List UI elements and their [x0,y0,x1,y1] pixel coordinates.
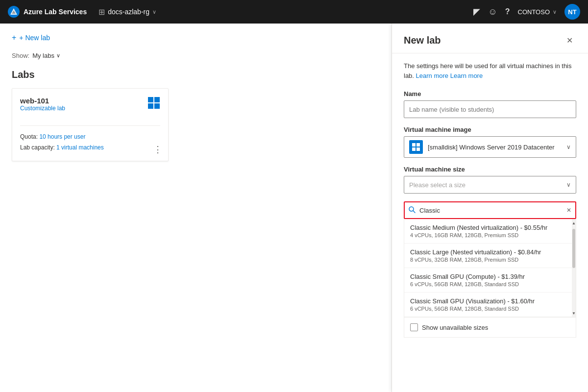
vm-image-field: Virtual machine image [smalldisk] Window… [404,126,576,158]
close-button[interactable]: ✕ [563,33,576,47]
dropdown-item[interactable]: Classic Small GPU (Visualization) - $1.6… [404,293,572,317]
help-icon[interactable]: ? [505,7,510,16]
nav-icons: ◤ ☺ ? CONTOSO ∨ NT [473,4,580,20]
labs-heading: Labs [12,69,380,80]
account-chevron: ∨ [553,9,557,15]
vm-size-field: Virtual machine size Please select a siz… [404,166,576,194]
scroll-track: ▲ ▼ [572,219,576,317]
lab-card-info: Quota: 10 hours per user Lab capacity: 1… [20,132,160,153]
lab-card-divider [20,125,160,126]
dropdown-item[interactable]: Classic Large (Nested virtualization) - … [404,244,572,268]
windows-server-icon [409,140,423,154]
show-label: Show: [12,52,29,59]
vm-image-label: Virtual machine image [404,126,576,133]
show-unavailable-label: Show unavailable sizes [422,324,488,331]
search-icon [409,206,416,215]
sidebar-title: New lab [404,35,441,46]
vm-size-label: Virtual machine size [404,166,576,173]
search-box: ✕ [404,201,576,219]
sidebar-header: New lab ✕ [392,24,588,53]
vm-size-placeholder: Please select a size [409,181,466,189]
nav-resource[interactable]: ⊞ docs-azlab-rg ∨ [98,7,156,17]
dropdown-item-title: Classic Large (Nested virtualization) - … [410,248,566,256]
dropdown-items: Classic Medium (Nested virtualization) -… [404,219,572,317]
brand-label: Azure Lab Services [24,8,87,16]
name-field: Name [404,90,576,118]
scroll-down-arrow[interactable]: ▼ [572,309,576,317]
resource-icon: ⊞ [98,7,105,17]
top-nav: Azure Lab Services ⊞ docs-azlab-rg ∨ ◤ ☺… [0,0,588,24]
filter-chevron: ∨ [56,52,60,59]
lab-card-subtitle: Customizable lab [20,105,65,112]
left-panel: + + New lab Show: My labs ∨ Labs web-101… [0,24,392,392]
account-name: CONTOSO [518,8,550,16]
monitor-icon[interactable]: ◤ [473,6,480,17]
svg-rect-1 [154,97,160,102]
learn-more-link[interactable]: Learn more [416,72,448,79]
resource-chevron: ∨ [152,9,156,15]
vm-image-dropdown[interactable]: [smalldisk] Windows Server 2019 Datacent… [404,136,576,158]
clear-search-button[interactable]: ✕ [566,207,571,214]
show-filter: Show: My labs ∨ [12,52,380,59]
name-input[interactable] [404,100,576,118]
dropdown-item[interactable]: Classic Small GPU (Compute) - $1.39/hr 6… [404,268,572,293]
svg-rect-7 [416,147,420,151]
show-unavailable-row: Show unavailable sizes [404,318,576,338]
svg-rect-5 [416,143,420,147]
resource-name: docs-azlab-rg [108,8,149,16]
vm-size-chevron: ∨ [566,181,571,188]
svg-rect-4 [412,143,416,147]
learn-more-text[interactable]: Learn more [450,72,483,79]
lab-card: web-101 Customizable lab Quota: 10 hours… [12,88,169,161]
nav-account[interactable]: CONTOSO ∨ [518,8,557,16]
plus-icon: + [12,33,16,42]
emoji-icon[interactable]: ☺ [488,7,497,17]
azure-icon [8,6,20,18]
capacity-value[interactable]: 1 virtual machines [56,144,104,151]
nav-brand: Azure Lab Services [8,6,87,18]
lab-card-menu[interactable]: ⋮ [153,144,162,155]
scroll-thumb[interactable] [572,229,575,268]
nav-avatar[interactable]: NT [564,4,580,20]
dropdown-item-sub: 6 vCPUs, 56GB RAM, 128GB, Standard SSD [410,281,566,287]
svg-rect-6 [412,147,416,151]
sidebar-description: The settings here will be used for all v… [404,61,576,80]
lab-card-title: web-101 [20,97,65,105]
filter-dropdown[interactable]: My labs ∨ [32,52,60,59]
dropdown-item-sub: 8 vCPUs, 32GB RAM, 128GB, Premium SSD [410,257,566,263]
dropdown-item-title: Classic Small GPU (Compute) - $1.39/hr [410,273,566,280]
dropdown-item[interactable]: Classic Medium (Nested virtualization) -… [404,219,572,244]
svg-rect-3 [154,103,160,109]
new-lab-sidebar: New lab ✕ The settings here will be used… [392,24,588,392]
vm-image-chevron: ∨ [566,144,571,150]
capacity-label: Lab capacity: [20,144,55,151]
dropdown-item-title: Classic Small GPU (Visualization) - $1.6… [410,297,566,305]
search-input[interactable] [419,207,566,214]
scroll-up-arrow[interactable]: ▲ [572,219,576,227]
vm-size-dropdown[interactable]: Please select a size ∨ [404,176,576,194]
svg-line-9 [413,211,415,213]
quota-value[interactable]: 10 hours per user [39,133,85,140]
windows-icon [147,97,160,112]
dropdown-item-sub: 4 vCPUs, 16GB RAM, 128GB, Premium SSD [410,232,566,238]
show-unavailable-checkbox[interactable] [410,323,418,331]
svg-rect-0 [148,97,153,102]
quota-label: Quota: [20,133,38,140]
svg-rect-2 [148,103,153,109]
sidebar-body: The settings here will be used for all v… [392,53,588,392]
filter-value: My labs [32,52,54,59]
new-lab-button[interactable]: + + New lab [12,33,380,42]
vm-image-value: [smalldisk] Windows Server 2019 Datacent… [428,144,562,151]
name-label: Name [404,90,576,98]
dropdown-item-sub: 6 vCPUs, 56GB RAM, 128GB, Standard SSD [410,306,566,312]
dropdown-item-title: Classic Medium (Nested virtualization) -… [410,224,566,231]
vm-size-list: Classic Medium (Nested virtualization) -… [404,219,576,318]
